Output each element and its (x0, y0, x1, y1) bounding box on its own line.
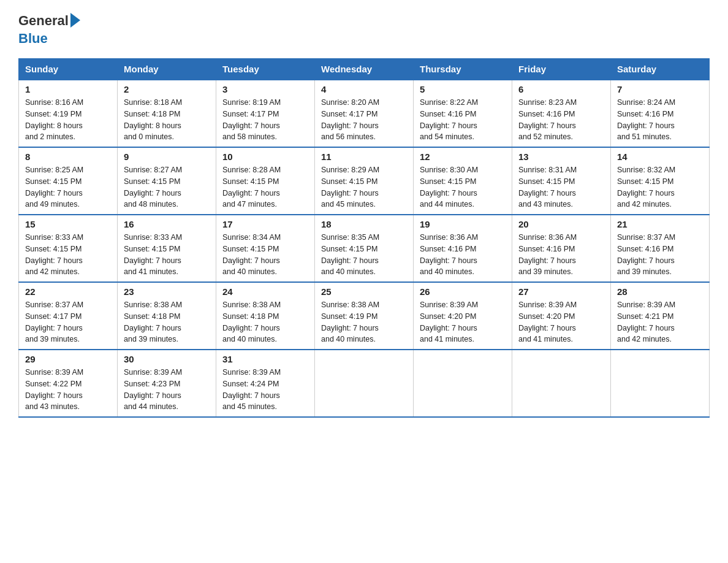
calendar-cell: 3 Sunrise: 8:19 AMSunset: 4:17 PMDayligh… (216, 80, 315, 147)
calendar-cell: 5 Sunrise: 8:22 AMSunset: 4:16 PMDayligh… (414, 80, 512, 147)
day-info: Sunrise: 8:36 AMSunset: 4:16 PMDaylight:… (518, 232, 604, 278)
calendar-cell: 22 Sunrise: 8:37 AMSunset: 4:17 PMDaylig… (19, 282, 118, 350)
calendar-cell: 20 Sunrise: 8:36 AMSunset: 4:16 PMDaylig… (512, 215, 611, 282)
col-header-thursday: Thursday (414, 59, 512, 80)
calendar-cell: 1 Sunrise: 8:16 AMSunset: 4:19 PMDayligh… (19, 80, 118, 147)
day-number: 7 (617, 84, 703, 94)
day-info: Sunrise: 8:37 AMSunset: 4:17 PMDaylight:… (25, 299, 111, 345)
day-number: 14 (617, 151, 703, 162)
calendar-cell: 25 Sunrise: 8:38 AMSunset: 4:19 PMDaylig… (315, 282, 414, 350)
col-header-tuesday: Tuesday (216, 59, 315, 80)
day-number: 6 (518, 84, 604, 94)
calendar-week-2: 8 Sunrise: 8:25 AMSunset: 4:15 PMDayligh… (19, 147, 710, 215)
day-info: Sunrise: 8:24 AMSunset: 4:16 PMDaylight:… (617, 97, 703, 143)
col-header-sunday: Sunday (19, 59, 118, 80)
day-number: 29 (25, 354, 111, 364)
day-info: Sunrise: 8:19 AMSunset: 4:17 PMDaylight:… (222, 97, 308, 143)
day-info: Sunrise: 8:39 AMSunset: 4:21 PMDaylight:… (617, 299, 703, 345)
calendar-cell: 23 Sunrise: 8:38 AMSunset: 4:18 PMDaylig… (118, 282, 216, 350)
calendar-cell: 31 Sunrise: 8:39 AMSunset: 4:24 PMDaylig… (216, 350, 315, 417)
day-number: 18 (321, 219, 407, 229)
calendar-cell: 6 Sunrise: 8:23 AMSunset: 4:16 PMDayligh… (512, 80, 611, 147)
calendar-cell (611, 350, 710, 417)
day-info: Sunrise: 8:37 AMSunset: 4:16 PMDaylight:… (617, 232, 703, 278)
day-number: 1 (25, 84, 111, 94)
day-info: Sunrise: 8:16 AMSunset: 4:19 PMDaylight:… (25, 97, 111, 143)
calendar-week-1: 1 Sunrise: 8:16 AMSunset: 4:19 PMDayligh… (19, 80, 710, 147)
calendar-week-4: 22 Sunrise: 8:37 AMSunset: 4:17 PMDaylig… (19, 282, 710, 350)
day-info: Sunrise: 8:23 AMSunset: 4:16 PMDaylight:… (518, 97, 604, 143)
calendar-cell (414, 350, 512, 417)
calendar-cell: 14 Sunrise: 8:32 AMSunset: 4:15 PMDaylig… (611, 147, 710, 215)
logo: General Blue (18, 12, 80, 47)
logo-general: General (18, 13, 69, 28)
calendar-cell: 29 Sunrise: 8:39 AMSunset: 4:22 PMDaylig… (19, 350, 118, 417)
day-number: 10 (222, 151, 308, 162)
calendar-cell: 16 Sunrise: 8:33 AMSunset: 4:15 PMDaylig… (118, 215, 216, 282)
day-number: 25 (321, 286, 407, 297)
calendar-cell: 4 Sunrise: 8:20 AMSunset: 4:17 PMDayligh… (315, 80, 414, 147)
day-info: Sunrise: 8:27 AMSunset: 4:15 PMDaylight:… (124, 164, 210, 210)
calendar-cell: 15 Sunrise: 8:33 AMSunset: 4:15 PMDaylig… (19, 215, 118, 282)
calendar-cell: 21 Sunrise: 8:37 AMSunset: 4:16 PMDaylig… (611, 215, 710, 282)
day-number: 31 (222, 354, 308, 364)
calendar-cell: 13 Sunrise: 8:31 AMSunset: 4:15 PMDaylig… (512, 147, 611, 215)
day-number: 11 (321, 151, 407, 162)
day-info: Sunrise: 8:29 AMSunset: 4:15 PMDaylight:… (321, 164, 407, 210)
day-number: 4 (321, 84, 407, 94)
day-number: 3 (222, 84, 308, 94)
col-header-saturday: Saturday (611, 59, 710, 80)
day-number: 26 (420, 286, 506, 297)
calendar-cell: 2 Sunrise: 8:18 AMSunset: 4:18 PMDayligh… (118, 80, 216, 147)
calendar-cell (512, 350, 611, 417)
calendar-cell: 8 Sunrise: 8:25 AMSunset: 4:15 PMDayligh… (19, 147, 118, 215)
day-number: 15 (25, 219, 111, 229)
day-number: 8 (25, 151, 111, 162)
calendar-cell: 9 Sunrise: 8:27 AMSunset: 4:15 PMDayligh… (118, 147, 216, 215)
day-info: Sunrise: 8:39 AMSunset: 4:22 PMDaylight:… (25, 367, 111, 413)
day-number: 13 (518, 151, 604, 162)
day-info: Sunrise: 8:39 AMSunset: 4:20 PMDaylight:… (518, 299, 604, 345)
day-info: Sunrise: 8:39 AMSunset: 4:23 PMDaylight:… (124, 367, 210, 413)
day-number: 17 (222, 219, 308, 229)
calendar-cell: 12 Sunrise: 8:30 AMSunset: 4:15 PMDaylig… (414, 147, 512, 215)
calendar-cell: 26 Sunrise: 8:39 AMSunset: 4:20 PMDaylig… (414, 282, 512, 350)
day-number: 5 (420, 84, 506, 94)
day-info: Sunrise: 8:31 AMSunset: 4:15 PMDaylight:… (518, 164, 604, 210)
day-info: Sunrise: 8:33 AMSunset: 4:15 PMDaylight:… (124, 232, 210, 278)
page-header: General Blue (18, 12, 710, 47)
day-number: 27 (518, 286, 604, 297)
calendar-cell: 7 Sunrise: 8:24 AMSunset: 4:16 PMDayligh… (611, 80, 710, 147)
calendar-cell: 11 Sunrise: 8:29 AMSunset: 4:15 PMDaylig… (315, 147, 414, 215)
day-number: 24 (222, 286, 308, 297)
calendar-cell (315, 350, 414, 417)
logo-blue: Blue (18, 31, 48, 46)
calendar-cell: 28 Sunrise: 8:39 AMSunset: 4:21 PMDaylig… (611, 282, 710, 350)
day-info: Sunrise: 8:22 AMSunset: 4:16 PMDaylight:… (420, 97, 506, 143)
day-info: Sunrise: 8:25 AMSunset: 4:15 PMDaylight:… (25, 164, 111, 210)
day-info: Sunrise: 8:35 AMSunset: 4:15 PMDaylight:… (321, 232, 407, 278)
day-info: Sunrise: 8:30 AMSunset: 4:15 PMDaylight:… (420, 164, 506, 210)
day-number: 19 (420, 219, 506, 229)
day-info: Sunrise: 8:38 AMSunset: 4:18 PMDaylight:… (222, 299, 308, 345)
calendar-cell: 18 Sunrise: 8:35 AMSunset: 4:15 PMDaylig… (315, 215, 414, 282)
day-info: Sunrise: 8:34 AMSunset: 4:15 PMDaylight:… (222, 232, 308, 278)
day-info: Sunrise: 8:39 AMSunset: 4:20 PMDaylight:… (420, 299, 506, 345)
col-header-wednesday: Wednesday (315, 59, 414, 80)
day-number: 16 (124, 219, 210, 229)
calendar-week-5: 29 Sunrise: 8:39 AMSunset: 4:22 PMDaylig… (19, 350, 710, 417)
day-info: Sunrise: 8:18 AMSunset: 4:18 PMDaylight:… (124, 97, 210, 143)
day-info: Sunrise: 8:32 AMSunset: 4:15 PMDaylight:… (617, 164, 703, 210)
day-number: 2 (124, 84, 210, 94)
day-number: 30 (124, 354, 210, 364)
calendar-cell: 30 Sunrise: 8:39 AMSunset: 4:23 PMDaylig… (118, 350, 216, 417)
day-info: Sunrise: 8:38 AMSunset: 4:19 PMDaylight:… (321, 299, 407, 345)
col-header-monday: Monday (118, 59, 216, 80)
day-info: Sunrise: 8:39 AMSunset: 4:24 PMDaylight:… (222, 367, 308, 413)
day-number: 23 (124, 286, 210, 297)
calendar-cell: 24 Sunrise: 8:38 AMSunset: 4:18 PMDaylig… (216, 282, 315, 350)
calendar-table: SundayMondayTuesdayWednesdayThursdayFrid… (18, 58, 710, 418)
day-number: 21 (617, 219, 703, 229)
day-number: 9 (124, 151, 210, 162)
calendar-week-3: 15 Sunrise: 8:33 AMSunset: 4:15 PMDaylig… (19, 215, 710, 282)
